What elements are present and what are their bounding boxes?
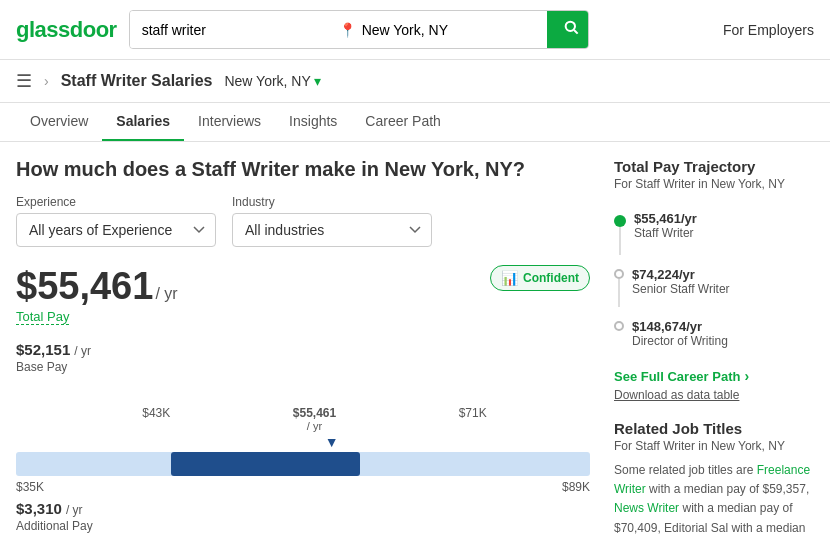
- nav-location: New York, NY ▾: [224, 73, 321, 89]
- trajectory-dot-2: [614, 269, 624, 279]
- related-link-news[interactable]: News Writer: [614, 501, 679, 515]
- trajectory-line-1: [619, 227, 621, 255]
- main-content: How much does a Staff Writer make in New…: [16, 158, 590, 539]
- svg-line-1: [574, 30, 578, 34]
- search-location-area: 📍: [329, 11, 547, 48]
- nav-top: ☰ › Staff Writer Salaries New York, NY ▾: [0, 60, 830, 103]
- base-pay-label: Base Pay: [16, 360, 590, 374]
- trajectory-dot-3: [614, 321, 624, 331]
- trajectory-role-1: Staff Writer: [634, 226, 697, 240]
- industry-label: Industry: [232, 195, 432, 209]
- tabs-bar: Overview Salaries Interviews Insights Ca…: [0, 103, 830, 142]
- trajectory-role-2: Senior Staff Writer: [632, 282, 730, 296]
- main-layout: How much does a Staff Writer make in New…: [0, 142, 830, 539]
- trajectory-title: Total Pay Trajectory: [614, 158, 814, 175]
- breadcrumb-arrow: ›: [44, 73, 49, 89]
- location-caret[interactable]: ▾: [314, 73, 321, 89]
- tab-interviews[interactable]: Interviews: [184, 103, 275, 141]
- trajectory-line-2: [618, 279, 620, 307]
- glassdoor-logo: glassdoor: [16, 17, 117, 43]
- search-location-input[interactable]: [362, 22, 537, 38]
- chart-area: $43K $55,461 / yr $71K ▼: [16, 382, 590, 494]
- page-title: Staff Writer Salaries: [61, 72, 213, 90]
- trajectory-subtitle: For Staff Writer in New York, NY: [614, 177, 814, 191]
- tab-overview[interactable]: Overview: [16, 103, 102, 141]
- trajectory-info-3: $148,674/yr Director of Writing: [632, 319, 728, 348]
- industry-select[interactable]: All industries: [232, 213, 432, 247]
- chart-bottom-right: $89K: [562, 480, 590, 494]
- related-subtitle: For Staff Writer in New York, NY: [614, 439, 814, 453]
- trajectory-item-1: $55,461/yr Staff Writer: [614, 205, 814, 261]
- main-salary-area: $55,461 / yr Total Pay: [16, 265, 178, 335]
- additional-pay-period: / yr: [66, 503, 83, 517]
- hamburger-icon[interactable]: ☰: [16, 70, 32, 92]
- career-path-arrow: ›: [744, 368, 749, 384]
- experience-select[interactable]: All years of Experience: [16, 213, 216, 247]
- dropdowns-row: Experience All years of Experience Indus…: [16, 195, 590, 247]
- tab-insights[interactable]: Insights: [275, 103, 351, 141]
- search-button[interactable]: [547, 11, 589, 48]
- trajectory-info-2: $74,224/yr Senior Staff Writer: [632, 267, 730, 296]
- trajectory-role-3: Director of Writing: [632, 334, 728, 348]
- see-career-path-label: See Full Career Path: [614, 369, 740, 384]
- search-job-input[interactable]: [130, 11, 329, 48]
- search-bar: 📍: [129, 10, 589, 49]
- chart-bar-likely: [171, 452, 360, 476]
- experience-label: Experience: [16, 195, 216, 209]
- location-icon: 📍: [339, 22, 356, 38]
- base-pay-row: $52,151 / yr: [16, 341, 590, 358]
- chart-marker-arrow: ▼: [325, 434, 339, 450]
- chart-wrapper: $43K $55,461 / yr $71K ▼: [16, 382, 590, 494]
- trajectory-salary-3: $148,674/yr: [632, 319, 728, 334]
- base-pay-amount: $52,151: [16, 341, 70, 358]
- confident-icon: 📊: [501, 270, 518, 286]
- trajectory-salary-1: $55,461/yr: [634, 211, 697, 226]
- download-data-table-link[interactable]: Download as data table: [614, 388, 814, 402]
- related-text: Some related job titles are Freelance Wr…: [614, 461, 814, 539]
- trajectory-salary-2: $74,224/yr: [632, 267, 730, 282]
- tab-career-path[interactable]: Career Path: [351, 103, 454, 141]
- industry-dropdown-group: Industry All industries: [232, 195, 432, 247]
- chart-low-label: $43K: [142, 406, 170, 432]
- pay-section: $55,461 / yr Total Pay 📊 Confident: [16, 265, 590, 335]
- chart-bottom-left: $35K: [16, 480, 44, 494]
- salary-amount: $55,461: [16, 265, 153, 308]
- sidebar: Total Pay Trajectory For Staff Writer in…: [614, 158, 814, 539]
- trajectory-info-1: $55,461/yr Staff Writer: [634, 211, 697, 240]
- additional-pay-row: $3,310 / yr: [16, 500, 590, 517]
- experience-dropdown-group: Experience All years of Experience: [16, 195, 216, 247]
- base-pay-period: / yr: [74, 344, 91, 358]
- trajectory-dot-1: [614, 215, 626, 227]
- chart-bottom-labels: $35K $89K: [16, 480, 590, 494]
- salary-period: / yr: [155, 285, 177, 303]
- related-link-freelance[interactable]: Freelance Writer: [614, 463, 810, 496]
- total-pay-label[interactable]: Total Pay: [16, 309, 69, 325]
- additional-pay-label: Additional Pay: [16, 519, 590, 533]
- see-full-career-path-link[interactable]: See Full Career Path ›: [614, 368, 814, 384]
- svg-point-0: [565, 22, 574, 31]
- related-title: Related Job Titles: [614, 420, 814, 437]
- tab-salaries[interactable]: Salaries: [102, 103, 184, 141]
- for-employers-link[interactable]: For Employers: [723, 22, 814, 38]
- additional-pay-section: $3,310 / yr Additional Pay: [16, 500, 590, 533]
- chart-high-label: $71K: [459, 406, 487, 432]
- chart-bar: [16, 452, 590, 476]
- main-heading: How much does a Staff Writer make in New…: [16, 158, 590, 181]
- additional-pay-amount: $3,310: [16, 500, 62, 517]
- trajectory-item-2: $74,224/yr Senior Staff Writer: [614, 261, 814, 313]
- trajectory-list: $55,461/yr Staff Writer $74,224/yr Senio…: [614, 205, 814, 354]
- confident-label: Confident: [523, 271, 579, 285]
- confident-badge: 📊 Confident: [490, 265, 590, 291]
- sub-pay-section: $52,151 / yr Base Pay: [16, 341, 590, 374]
- trajectory-item-3: $148,674/yr Director of Writing: [614, 313, 814, 354]
- chart-median-period: / yr: [307, 420, 322, 432]
- header: glassdoor 📍 For Employers: [0, 0, 830, 60]
- chart-median-label: $55,461: [293, 406, 336, 420]
- main-salary: $55,461 / yr: [16, 265, 178, 308]
